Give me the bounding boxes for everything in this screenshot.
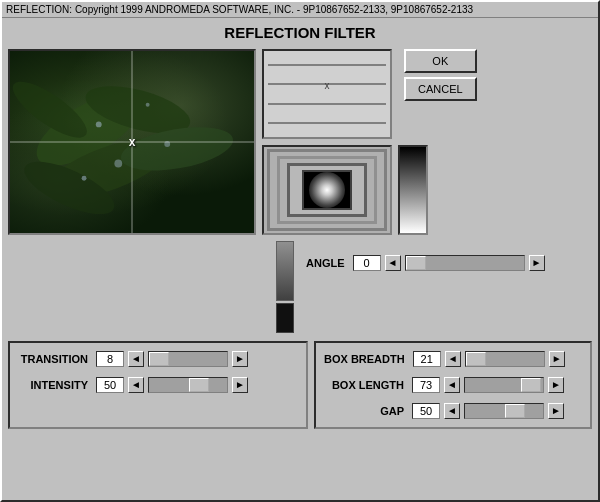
intensity-scroll-track[interactable] <box>148 377 228 393</box>
box-length-input[interactable] <box>412 377 440 393</box>
angle-label: ANGLE <box>306 257 345 269</box>
preview-image: x <box>8 49 256 235</box>
bottom-right-panel: BOX BREADTH ◄ ► BOX LENGTH ◄ ► <box>314 341 592 429</box>
transition-left-arrow[interactable]: ◄ <box>128 351 144 367</box>
intensity-row: INTENSITY ◄ ► <box>18 377 298 393</box>
nested-boxes-preview <box>262 145 392 235</box>
gap-left-arrow[interactable]: ◄ <box>444 403 460 419</box>
dark-rect <box>276 303 294 333</box>
color-swatch <box>398 145 428 235</box>
box-length-scroll-track[interactable] <box>464 377 544 393</box>
intensity-input[interactable] <box>96 377 124 393</box>
transition-input[interactable] <box>96 351 124 367</box>
intensity-right-arrow[interactable]: ► <box>232 377 248 393</box>
angle-scroll-thumb <box>406 256 426 270</box>
box-breadth-right-arrow[interactable]: ► <box>549 351 565 367</box>
spiral-icon <box>309 172 345 208</box>
box-breadth-input[interactable] <box>413 351 441 367</box>
title-bar: REFLECTION: Copyright 1999 ANDROMEDA SOF… <box>2 2 598 18</box>
cancel-button[interactable]: CANCEL <box>404 77 477 101</box>
transition-label: TRANSITION <box>18 353 88 365</box>
box-breadth-left-arrow[interactable]: ◄ <box>445 351 461 367</box>
box-length-scroll-thumb <box>521 378 541 392</box>
angle-left-arrow[interactable]: ◄ <box>385 255 401 271</box>
svg-point-8 <box>114 160 122 168</box>
svg-point-9 <box>82 176 87 181</box>
transition-scroll-track[interactable] <box>148 351 228 367</box>
gap-input[interactable] <box>412 403 440 419</box>
gradient-strip <box>276 241 294 301</box>
window: REFLECTION: Copyright 1999 ANDROMEDA SOF… <box>0 0 600 502</box>
svg-point-6 <box>96 121 102 127</box>
bottom-left-panel: TRANSITION ◄ ► INTENSITY ◄ ► <box>8 341 308 429</box>
box-breadth-label: BOX BREADTH <box>324 353 405 365</box>
box-breadth-row: BOX BREADTH ◄ ► <box>324 351 582 367</box>
svg-point-7 <box>146 103 150 107</box>
box-length-row: BOX LENGTH ◄ ► <box>324 377 582 393</box>
angle-input[interactable] <box>353 255 381 271</box>
box-length-left-arrow[interactable]: ◄ <box>444 377 460 393</box>
ok-button[interactable]: OK <box>404 49 477 73</box>
transition-row: TRANSITION ◄ ► <box>18 351 298 367</box>
transition-scroll-thumb <box>149 352 169 366</box>
intensity-scroll-thumb <box>189 378 209 392</box>
box-length-label: BOX LENGTH <box>324 379 404 391</box>
page-title: REFLECTION FILTER <box>8 24 592 41</box>
gap-scroll-thumb <box>505 404 525 418</box>
intensity-left-arrow[interactable]: ◄ <box>128 377 144 393</box>
gap-label: GAP <box>324 405 404 417</box>
gap-row: GAP ◄ ► <box>324 403 582 419</box>
preview-small: x <box>262 49 392 139</box>
angle-scroll-track[interactable] <box>405 255 525 271</box>
gap-right-arrow[interactable]: ► <box>548 403 564 419</box>
box-length-right-arrow[interactable]: ► <box>548 377 564 393</box>
gap-scroll-track[interactable] <box>464 403 544 419</box>
transition-right-arrow[interactable]: ► <box>232 351 248 367</box>
intensity-label: INTENSITY <box>18 379 88 391</box>
title-text: REFLECTION: Copyright 1999 ANDROMEDA SOF… <box>6 4 473 15</box>
box-breadth-scroll-thumb <box>466 352 486 366</box>
angle-right-arrow[interactable]: ► <box>529 255 545 271</box>
box-breadth-scroll-track[interactable] <box>465 351 545 367</box>
